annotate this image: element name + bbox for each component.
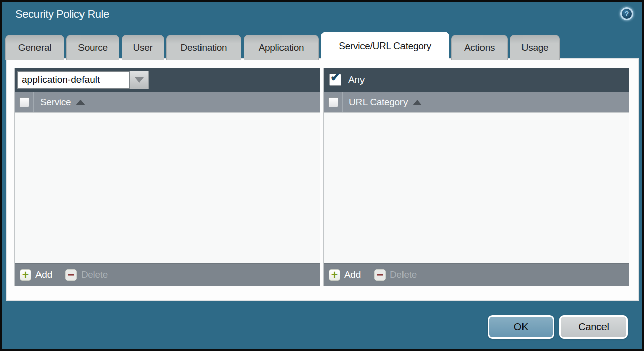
service-column-label: Service xyxy=(40,97,71,108)
tab-actions[interactable]: Actions xyxy=(451,35,508,60)
delete-service-label: Delete xyxy=(81,269,108,280)
service-list xyxy=(15,113,320,263)
url-category-list xyxy=(324,113,629,263)
url-category-column-header-row: URL Category xyxy=(324,92,629,113)
service-type-input[interactable] xyxy=(17,71,130,89)
delete-url-category-label: Delete xyxy=(390,269,417,280)
cancel-button[interactable]: Cancel xyxy=(559,315,628,339)
any-label: Any xyxy=(348,74,365,85)
tab-bar: General Source User Destination Applicat… xyxy=(5,32,560,60)
any-checkbox[interactable]: ✔ xyxy=(329,74,341,86)
service-panel-header xyxy=(15,68,320,92)
plus-icon: + xyxy=(20,269,31,281)
tab-destination[interactable]: Destination xyxy=(166,35,242,60)
service-panel: Service + Add − Delete xyxy=(14,68,320,286)
service-select-all-cell xyxy=(15,92,34,112)
url-category-panel-header: ✔ Any xyxy=(324,68,629,92)
service-column-header[interactable]: Service xyxy=(34,92,85,112)
tab-service-url-category[interactable]: Service/URL Category xyxy=(321,32,449,60)
security-policy-rule-dialog: Security Policy Rule ? General Source Us… xyxy=(0,0,644,351)
delete-service-button[interactable]: − Delete xyxy=(65,269,108,281)
service-panel-footer: + Add − Delete xyxy=(15,263,320,286)
add-service-button[interactable]: + Add xyxy=(20,269,52,281)
service-type-dropdown-button[interactable] xyxy=(130,71,149,89)
service-select-all-checkbox[interactable] xyxy=(19,97,29,107)
tab-usage[interactable]: Usage xyxy=(510,35,560,60)
minus-icon: − xyxy=(65,269,77,281)
plus-icon: + xyxy=(329,269,340,281)
url-category-panel: ✔ Any URL Category + Add xyxy=(323,68,629,286)
add-url-category-label: Add xyxy=(344,269,361,280)
service-type-combobox xyxy=(17,71,149,89)
url-category-panel-footer: + Add − Delete xyxy=(324,263,629,286)
sort-ascending-icon xyxy=(76,100,85,105)
dialog-title: Security Policy Rule xyxy=(15,8,109,21)
tab-content-panel: Service + Add − Delete xyxy=(6,58,639,301)
add-url-category-button[interactable]: + Add xyxy=(329,269,361,281)
tab-application[interactable]: Application xyxy=(244,35,319,60)
ok-button[interactable]: OK xyxy=(488,315,554,339)
checkmark-icon: ✔ xyxy=(330,71,340,83)
add-service-label: Add xyxy=(35,269,52,280)
tab-source[interactable]: Source xyxy=(66,35,119,60)
minus-icon: − xyxy=(374,269,386,281)
url-category-column-header[interactable]: URL Category xyxy=(343,92,422,112)
chevron-down-icon xyxy=(135,77,144,83)
tab-general[interactable]: General xyxy=(5,35,64,60)
service-column-header-row: Service xyxy=(15,92,320,113)
sort-ascending-icon xyxy=(413,100,422,105)
delete-url-category-button[interactable]: − Delete xyxy=(374,269,417,281)
tab-user[interactable]: User xyxy=(122,35,164,60)
url-category-column-label: URL Category xyxy=(349,97,408,108)
url-category-select-all-cell xyxy=(324,92,343,112)
help-icon[interactable]: ? xyxy=(620,7,633,20)
url-category-select-all-checkbox[interactable] xyxy=(328,97,338,107)
question-mark-glyph: ? xyxy=(625,10,629,18)
